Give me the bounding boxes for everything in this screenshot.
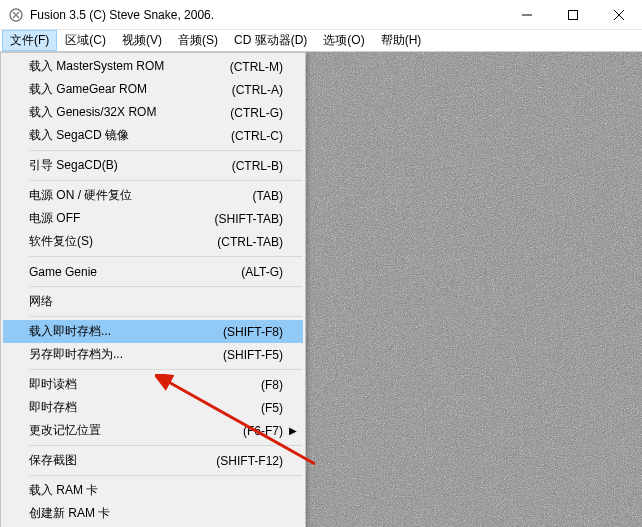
menu-entry-shortcut: (SHIFT-F5) [223, 348, 283, 362]
menu-entry-shortcut: (F8) [261, 378, 283, 392]
close-button[interactable] [596, 0, 642, 29]
content-area: 载入 MasterSystem ROM(CTRL-M)载入 GameGear R… [0, 52, 642, 527]
menu-entry-shortcut: (CTRL-C) [231, 129, 283, 143]
menu-item-5[interactable]: 选项(O) [315, 30, 372, 51]
menu-entry-label: 载入 RAM 卡 [29, 482, 283, 499]
menu-item-6[interactable]: 帮助(H) [373, 30, 430, 51]
menu-entry-label: 载入即时存档... [29, 323, 223, 340]
menu-entry-shortcut: (ALT-G) [241, 265, 283, 279]
menu-entry-1[interactable]: 载入 GameGear ROM(CTRL-A) [3, 78, 303, 101]
menu-entry-label: 载入 GameGear ROM [29, 81, 232, 98]
menu-entry-label: 软件复位(S) [29, 233, 217, 250]
menu-entry-shortcut: (F6-F7) [243, 424, 283, 438]
menu-entry-shortcut: (SHIFT-F8) [223, 325, 283, 339]
menu-separator [29, 445, 302, 446]
menu-entry-shortcut: (TAB) [253, 189, 283, 203]
menu-entry-11[interactable]: Game Genie(ALT-G) [3, 260, 303, 283]
menu-entry-0[interactable]: 载入 MasterSystem ROM(CTRL-M) [3, 55, 303, 78]
menu-item-2[interactable]: 视频(V) [114, 30, 170, 51]
menu-entry-label: 引导 SegaCD(B) [29, 157, 232, 174]
menu-entry-2[interactable]: 载入 Genesis/32X ROM(CTRL-G) [3, 101, 303, 124]
menu-entry-shortcut: (CTRL-B) [232, 159, 283, 173]
menu-entry-label: 载入 SegaCD 镜像 [29, 127, 231, 144]
menu-item-1[interactable]: 区域(C) [57, 30, 114, 51]
menu-entry-shortcut: (CTRL-TAB) [217, 235, 283, 249]
menu-entry-label: 即时存档 [29, 399, 261, 416]
menu-separator [29, 256, 302, 257]
menu-entry-shortcut: (SHIFT-F12) [216, 454, 283, 468]
menu-entry-label: 网络 [29, 293, 283, 310]
menu-separator [29, 316, 302, 317]
menu-item-3[interactable]: 音频(S) [170, 30, 226, 51]
menu-entry-3[interactable]: 载入 SegaCD 镜像(CTRL-C) [3, 124, 303, 147]
menu-entry-label: 创建新 RAM 卡 [29, 505, 283, 522]
menu-entry-shortcut: (CTRL-M) [230, 60, 283, 74]
menu-entry-24[interactable]: 载入 RAM 卡 [3, 479, 303, 502]
submenu-arrow-icon: ▶ [289, 425, 297, 436]
menu-entry-19[interactable]: 即时存档(F5) [3, 396, 303, 419]
menu-entry-18[interactable]: 即时读档(F8) [3, 373, 303, 396]
minimize-button[interactable] [504, 0, 550, 29]
menu-entry-shortcut: (CTRL-A) [232, 83, 283, 97]
menu-separator [29, 475, 302, 476]
menu-separator [29, 180, 302, 181]
menu-entry-label: 即时读档 [29, 376, 261, 393]
window-title: Fusion 3.5 (C) Steve Snake, 2006. [30, 8, 504, 22]
menu-entry-label: 电源 ON / 硬件复位 [29, 187, 253, 204]
menu-item-0[interactable]: 文件(F) [2, 30, 57, 51]
menu-separator [29, 150, 302, 151]
menu-entry-25[interactable]: 创建新 RAM 卡 [3, 502, 303, 525]
svg-rect-2 [569, 10, 578, 19]
menu-entry-label: 保存截图 [29, 452, 216, 469]
menu-entry-label: 载入 MasterSystem ROM [29, 58, 230, 75]
titlebar: Fusion 3.5 (C) Steve Snake, 2006. [0, 0, 642, 30]
maximize-button[interactable] [550, 0, 596, 29]
menu-entry-20[interactable]: 更改记忆位置(F6-F7)▶ [3, 419, 303, 442]
menu-entry-13[interactable]: 网络 [3, 290, 303, 313]
menu-entry-16[interactable]: 另存即时存档为...(SHIFT-F5) [3, 343, 303, 366]
menu-separator [29, 369, 302, 370]
menu-entry-label: 电源 OFF [29, 210, 215, 227]
menu-entry-15[interactable]: 载入即时存档...(SHIFT-F8) [3, 320, 303, 343]
menu-entry-label: 另存即时存档为... [29, 346, 223, 363]
app-icon [8, 7, 24, 23]
menu-entry-7[interactable]: 电源 ON / 硬件复位(TAB) [3, 184, 303, 207]
menu-entry-label: 更改记忆位置 [29, 422, 243, 439]
menubar: 文件(F)区域(C)视频(V)音频(S)CD 驱动器(D)选项(O)帮助(H) [0, 30, 642, 52]
menu-entry-22[interactable]: 保存截图(SHIFT-F12) [3, 449, 303, 472]
menu-entry-8[interactable]: 电源 OFF(SHIFT-TAB) [3, 207, 303, 230]
menu-entry-shortcut: (CTRL-G) [230, 106, 283, 120]
menu-entry-label: 载入 Genesis/32X ROM [29, 104, 230, 121]
menu-entry-label: Game Genie [29, 265, 241, 279]
menu-separator [29, 286, 302, 287]
menu-entry-shortcut: (SHIFT-TAB) [215, 212, 283, 226]
menu-entry-5[interactable]: 引导 SegaCD(B)(CTRL-B) [3, 154, 303, 177]
menu-entry-9[interactable]: 软件复位(S)(CTRL-TAB) [3, 230, 303, 253]
file-menu-dropdown: 载入 MasterSystem ROM(CTRL-M)载入 GameGear R… [0, 52, 306, 527]
window-controls [504, 0, 642, 29]
menu-entry-shortcut: (F5) [261, 401, 283, 415]
menu-item-4[interactable]: CD 驱动器(D) [226, 30, 315, 51]
